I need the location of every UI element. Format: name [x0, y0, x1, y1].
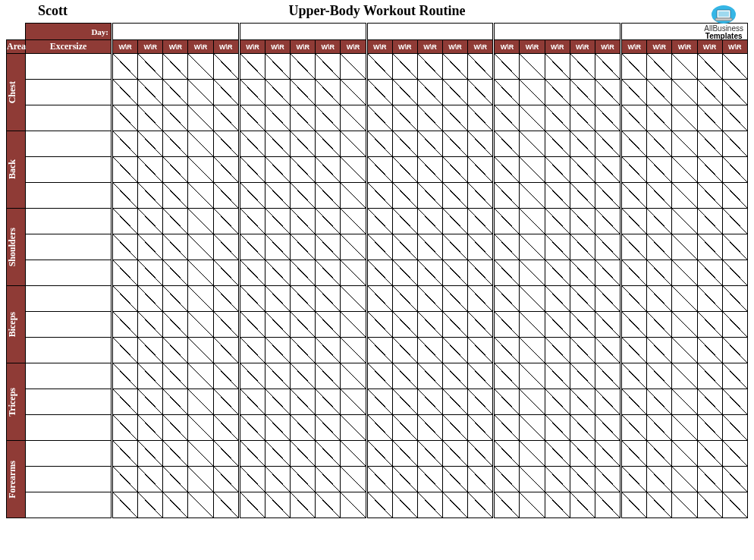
log-cell[interactable] [697, 260, 722, 286]
log-cell[interactable] [265, 234, 290, 260]
log-cell[interactable] [265, 441, 290, 467]
log-cell[interactable] [265, 105, 290, 131]
log-cell[interactable] [316, 131, 341, 157]
log-cell[interactable] [138, 105, 163, 131]
log-cell[interactable] [722, 105, 747, 131]
log-cell[interactable] [520, 183, 545, 209]
exercise-input[interactable] [26, 312, 112, 338]
log-cell[interactable] [138, 363, 163, 389]
log-cell[interactable] [647, 492, 672, 518]
log-cell[interactable] [495, 131, 520, 157]
log-cell[interactable] [722, 157, 747, 183]
log-cell[interactable] [113, 492, 138, 518]
log-cell[interactable] [442, 338, 467, 363]
exercise-input[interactable] [26, 157, 112, 183]
log-cell[interactable] [442, 492, 467, 518]
log-cell[interactable] [392, 183, 417, 209]
log-cell[interactable] [163, 260, 188, 286]
log-cell[interactable] [672, 260, 697, 286]
log-cell[interactable] [240, 363, 265, 389]
log-cell[interactable] [672, 209, 697, 234]
log-cell[interactable] [468, 492, 493, 518]
log-cell[interactable] [697, 105, 722, 131]
log-cell[interactable] [520, 80, 545, 105]
log-cell[interactable] [240, 234, 265, 260]
log-cell[interactable] [113, 467, 138, 492]
log-cell[interactable] [545, 54, 570, 80]
log-cell[interactable] [697, 183, 722, 209]
log-cell[interactable] [163, 105, 188, 131]
log-cell[interactable] [672, 54, 697, 80]
log-cell[interactable] [722, 467, 747, 492]
log-cell[interactable] [138, 467, 163, 492]
log-cell[interactable] [545, 312, 570, 338]
log-cell[interactable] [595, 467, 620, 492]
day-input-3[interactable] [367, 24, 493, 40]
log-cell[interactable] [622, 54, 647, 80]
log-cell[interactable] [188, 312, 213, 338]
log-cell[interactable] [367, 157, 392, 183]
log-cell[interactable] [697, 363, 722, 389]
log-cell[interactable] [622, 234, 647, 260]
log-cell[interactable] [722, 389, 747, 415]
log-cell[interactable] [697, 131, 722, 157]
exercise-input[interactable] [26, 286, 112, 312]
log-cell[interactable] [570, 467, 595, 492]
log-cell[interactable] [595, 363, 620, 389]
log-cell[interactable] [442, 54, 467, 80]
log-cell[interactable] [113, 209, 138, 234]
log-cell[interactable] [570, 312, 595, 338]
log-cell[interactable] [495, 363, 520, 389]
log-cell[interactable] [392, 209, 417, 234]
log-cell[interactable] [697, 54, 722, 80]
log-cell[interactable] [622, 105, 647, 131]
log-cell[interactable] [595, 441, 620, 467]
log-cell[interactable] [291, 234, 316, 260]
log-cell[interactable] [722, 492, 747, 518]
log-cell[interactable] [163, 338, 188, 363]
log-cell[interactable] [672, 234, 697, 260]
log-cell[interactable] [291, 286, 316, 312]
log-cell[interactable] [468, 286, 493, 312]
log-cell[interactable] [595, 492, 620, 518]
log-cell[interactable] [722, 415, 747, 441]
log-cell[interactable] [213, 183, 238, 209]
log-cell[interactable] [570, 389, 595, 415]
log-cell[interactable] [163, 389, 188, 415]
log-cell[interactable] [697, 338, 722, 363]
log-cell[interactable] [316, 260, 341, 286]
log-cell[interactable] [163, 131, 188, 157]
log-cell[interactable] [163, 312, 188, 338]
log-cell[interactable] [545, 234, 570, 260]
log-cell[interactable] [417, 183, 442, 209]
log-cell[interactable] [570, 131, 595, 157]
log-cell[interactable] [672, 389, 697, 415]
log-cell[interactable] [240, 131, 265, 157]
log-cell[interactable] [647, 389, 672, 415]
log-cell[interactable] [722, 131, 747, 157]
exercise-input[interactable] [26, 492, 112, 518]
log-cell[interactable] [672, 157, 697, 183]
log-cell[interactable] [442, 286, 467, 312]
log-cell[interactable] [341, 467, 366, 492]
log-cell[interactable] [442, 415, 467, 441]
log-cell[interactable] [341, 80, 366, 105]
log-cell[interactable] [417, 54, 442, 80]
log-cell[interactable] [265, 54, 290, 80]
log-cell[interactable] [113, 234, 138, 260]
log-cell[interactable] [417, 467, 442, 492]
log-cell[interactable] [570, 363, 595, 389]
log-cell[interactable] [113, 157, 138, 183]
log-cell[interactable] [595, 286, 620, 312]
log-cell[interactable] [722, 209, 747, 234]
log-cell[interactable] [417, 363, 442, 389]
log-cell[interactable] [570, 286, 595, 312]
log-cell[interactable] [622, 209, 647, 234]
log-cell[interactable] [495, 260, 520, 286]
log-cell[interactable] [622, 389, 647, 415]
log-cell[interactable] [240, 415, 265, 441]
exercise-input[interactable] [26, 338, 112, 363]
log-cell[interactable] [240, 312, 265, 338]
log-cell[interactable] [468, 415, 493, 441]
log-cell[interactable] [468, 80, 493, 105]
